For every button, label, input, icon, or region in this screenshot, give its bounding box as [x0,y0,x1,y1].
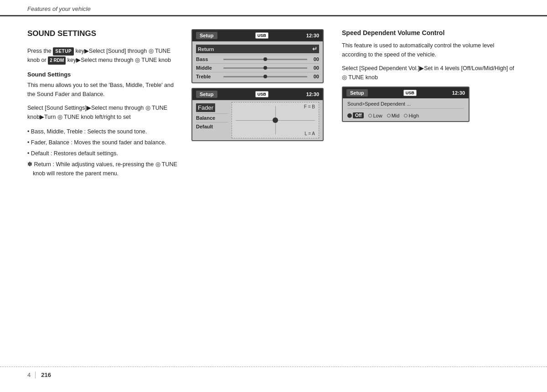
sub-title: Sound Settings [27,71,182,78]
treble-slider: 00 [223,74,319,79]
center-column: Setup USB 12:30 Return ↵ Bass [182,29,328,180]
off-label: Off [353,112,364,118]
screen3-usb: USB [403,90,417,96]
main-content: SOUND SETTINGS Press the SETUP key▶Selec… [0,16,547,189]
screen1-middle-row: Middle 00 [196,64,319,72]
fader-row: Fader [196,102,228,114]
middle-track [223,67,307,69]
screen3-tab: Setup [346,89,368,97]
option-off: Off [347,112,364,118]
right-text1: This feature is used to automatically co… [342,41,520,59]
radio-mid-dot [387,114,391,117]
screen1-return-row: Return ↵ [196,43,319,55]
screen2-usb: USB [255,91,268,97]
return-arrow-icon: ↵ [312,46,317,52]
treble-thumb [263,75,267,78]
fader-label: Fader [196,103,215,112]
footer-page: 216 [41,372,51,378]
balance-label: Balance [196,115,223,121]
screen3-time: 12:30 [452,90,465,96]
bass-label: Bass [196,56,223,62]
option-low: Low [368,113,382,118]
right-column: Speed Dependent Volume Control This feat… [328,29,520,180]
default-label: Default [196,124,223,129]
right-section-title: Speed Dependent Volume Control [342,29,520,36]
screen1-usb: USB [255,32,268,39]
bass-track [223,59,307,60]
radio-off-dot [347,113,352,118]
return-label: Return [198,46,214,52]
setup-button-label: SETUP [53,47,74,56]
screen3-body: Sound>Speed Dependent ... Off Low Mid [343,98,469,121]
screen-2: Setup USB 12:30 Fader Balance Default [191,88,324,141]
bass-value: 00 [309,56,319,62]
screen3-header: Setup USB 12:30 [343,87,469,98]
treble-label: Treble [196,74,223,79]
option-mid: Mid [387,113,400,118]
fb-cross [273,117,278,123]
bass-thumb [263,57,267,61]
radio-high-dot [404,114,408,117]
radio-low-dot [368,114,372,117]
default-row: Default [196,122,228,131]
bass-slider: 00 [223,56,319,62]
screen3-menu-text: Sound>Speed Dependent ... [347,101,464,109]
bullet-list: • Bass, Middle, Treble : Selects the sou… [27,127,182,178]
option-high: High [404,113,419,118]
bullet-2: • Fader, Balance : Moves the sound fader… [27,138,182,147]
screen2-time: 12:30 [306,92,319,97]
screen3-options: Off Low Mid High [347,112,464,118]
bullet-4: ✽ Return : While adjusting values, re-pr… [27,160,182,178]
low-label: Low [373,113,382,118]
screen1-return: Return ↵ [196,45,319,53]
screen-3: Setup USB 12:30 Sound>Speed Dependent ..… [342,87,470,122]
sub-text: This menu allows you to set the 'Bass, M… [27,81,182,99]
middle-value: 00 [309,65,319,71]
section-title: SOUND SETTINGS [27,29,182,38]
intro-text: Press the SETUP key▶Select [Sound] throu… [27,46,182,65]
screen1-header: Setup USB 12:30 [192,30,323,41]
fader-balance-box: F = B L = A [232,102,319,138]
middle-label: Middle [196,65,223,71]
fader-value-label: F = B [304,104,315,109]
footer: 4 216 [0,367,547,383]
screen2-body: Fader Balance Default F = B L = A [192,100,323,140]
screen1-treble-row: Treble 00 [196,72,319,81]
rdm-button-label: 2 RDM [48,56,66,65]
screen1-time: 12:30 [306,33,319,38]
screen1-body: Return ↵ Bass 00 Middle [192,41,323,82]
footer-num: 4 [27,372,36,378]
screen1-tab: Setup [196,32,217,39]
treble-track [223,76,307,77]
left-column: SOUND SETTINGS Press the SETUP key▶Selec… [27,29,182,180]
bullet-1: • Bass, Middle, Treble : Selects the sou… [27,127,182,136]
screen2-tab: Setup [196,91,217,98]
balance-row: Balance [196,114,228,122]
right-text2: Select [Speed Dependent Vol.]▶Set in 4 l… [342,64,520,82]
select-text: Select [Sound Settings]▶Select menu thro… [27,103,182,122]
mid-label: Mid [392,113,400,118]
header-bar: Features of your vehicle [0,0,547,16]
screen2-header: Setup USB 12:30 [192,89,323,100]
screen2-label-list: Fader Balance Default [196,102,228,131]
header-title: Features of your vehicle [27,5,91,12]
high-label: High [408,113,419,118]
balance-value-label: L = A [304,131,315,136]
middle-slider: 00 [223,65,319,71]
treble-value: 00 [309,74,319,79]
bullet-3: • Default : Restores default settings. [27,149,182,158]
screen-1: Setup USB 12:30 Return ↵ Bass [191,29,324,83]
screen1-bass-row: Bass 00 [196,55,319,64]
middle-thumb [263,66,267,70]
